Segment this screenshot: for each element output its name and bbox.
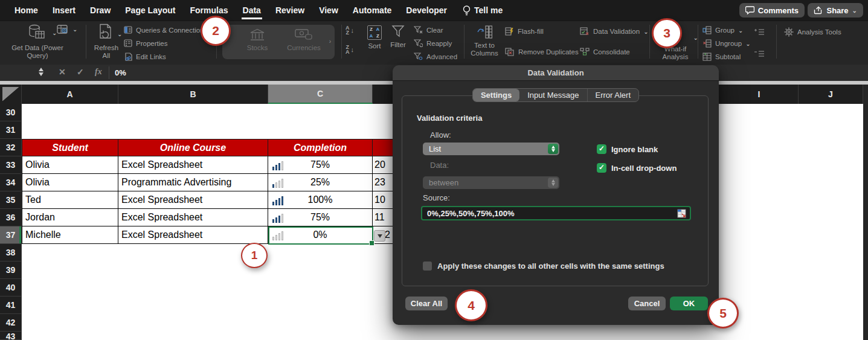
from-picture-button[interactable]: ⌄ <box>57 25 70 38</box>
properties-button[interactable]: Properties <box>124 39 167 47</box>
select-all-corner[interactable] <box>0 85 22 104</box>
menu-automate[interactable]: Automate <box>352 2 393 19</box>
menu-data[interactable]: Data <box>242 2 262 19</box>
row-header-40[interactable]: 40 <box>0 279 22 297</box>
confirm-entry-icon[interactable]: ✓ <box>77 67 84 77</box>
cell-b34[interactable]: Programmatic Advertising <box>118 174 268 191</box>
row-header-36[interactable]: 36 <box>0 209 22 226</box>
cell-b35[interactable]: Excel Spreadsheet <box>118 191 268 209</box>
menu-draw[interactable]: Draw <box>89 2 112 19</box>
dialog-title[interactable]: Data Validation <box>393 65 719 81</box>
share-button[interactable]: Share ⌄ <box>808 3 863 18</box>
row-header-41[interactable]: 41 <box>0 297 22 314</box>
edit-links-button[interactable]: Edit Links <box>124 53 166 61</box>
row-header-35[interactable]: 35 <box>0 191 22 209</box>
currencies-button[interactable]: Currencies <box>283 28 325 52</box>
cell-a36[interactable]: Jordan <box>22 209 118 226</box>
cancel-entry-icon[interactable]: ✕ <box>59 67 66 77</box>
filter-button[interactable]: Filter <box>387 24 409 49</box>
row-header-38[interactable]: 38 <box>0 244 22 261</box>
cell-b33[interactable]: Excel Spreadsheet <box>118 156 268 174</box>
formula-bar-value[interactable]: 0% <box>115 68 126 77</box>
name-box-stepper[interactable] <box>39 68 43 76</box>
row-header-42[interactable]: 42 <box>0 314 22 332</box>
row-header-39[interactable]: 39 <box>0 261 22 279</box>
in-cell-dropdown-button[interactable] <box>374 230 385 242</box>
cancel-button[interactable]: Cancel <box>628 297 666 310</box>
insert-function-icon[interactable]: fx <box>95 67 102 77</box>
dropdown-arrow-icon <box>378 234 382 238</box>
cell-b36[interactable]: Excel Spreadsheet <box>118 209 268 226</box>
gallery-more-icon[interactable]: › <box>329 38 331 45</box>
step-annotation-5: 5 <box>707 298 739 329</box>
row-header-37[interactable]: 37 <box>0 226 22 244</box>
menu-view[interactable]: View <box>318 2 339 19</box>
cell-a33[interactable]: Olivia <box>22 156 118 174</box>
row-header-33[interactable]: 33 <box>0 156 22 174</box>
cell-b37[interactable]: Excel Spreadsheet <box>118 226 268 244</box>
menu-review[interactable]: Review <box>274 2 306 19</box>
sort-descending-button[interactable]: ZA ↓ <box>346 45 354 54</box>
tab-settings[interactable]: Settings <box>473 89 519 101</box>
clear-all-button[interactable]: Clear All <box>405 297 448 310</box>
cell-c33[interactable]: 75% <box>268 156 373 174</box>
cell-c36[interactable]: 75% <box>268 209 373 226</box>
advanced-filter-button[interactable]: Advanced <box>414 53 457 60</box>
row-header-31[interactable]: 31 <box>0 121 22 139</box>
comments-button[interactable]: Comments <box>739 3 805 18</box>
tell-me[interactable]: Tell me <box>463 5 503 16</box>
row-header-43[interactable]: 43 <box>0 332 22 340</box>
text-to-columns-button[interactable]: Text to Columns <box>470 25 499 57</box>
table-header-completion[interactable]: Completion <box>268 139 373 156</box>
source-input[interactable]: 0%,25%,50%,75%,100% <box>421 206 691 220</box>
table-header-student[interactable]: Student <box>22 139 118 156</box>
cell-c35[interactable]: 100% <box>268 191 373 209</box>
column-header-b[interactable]: B <box>118 85 268 104</box>
reapply-filter-button[interactable]: Reapply <box>414 39 452 47</box>
range-picker-icon[interactable] <box>677 209 686 218</box>
sort-ascending-button[interactable]: AZ ↓ <box>346 25 354 35</box>
ungroup-button[interactable]: Ungroup ⌄ <box>702 39 751 48</box>
row-header-34[interactable]: 34 <box>0 174 22 191</box>
menu-insert[interactable]: Insert <box>51 2 77 19</box>
row-header-30[interactable]: 30 <box>0 104 22 121</box>
sort-button[interactable]: ZA AZ Sort <box>364 25 385 50</box>
hide-detail-button[interactable] <box>754 50 765 57</box>
source-label: Source: <box>423 193 450 202</box>
remove-duplicates-button[interactable]: Remove Duplicates <box>505 48 579 56</box>
show-detail-icon <box>754 28 765 36</box>
table-row: Jordan Excel Spreadsheet 75% 11 <box>22 209 399 226</box>
menu-home[interactable]: Home <box>13 2 39 19</box>
show-detail-button[interactable] <box>754 28 765 36</box>
column-header-c[interactable]: C <box>268 85 373 104</box>
subtotal-button[interactable]: Subtotal <box>702 53 741 61</box>
column-header-a[interactable]: A <box>22 85 118 104</box>
tab-input-message[interactable]: Input Message <box>519 89 587 101</box>
cell-a35[interactable]: Ted <box>22 191 118 209</box>
consolidate-button[interactable]: Consolidate <box>580 48 630 56</box>
column-header-i[interactable]: I <box>720 85 799 104</box>
menu-developer[interactable]: Developer <box>405 2 448 19</box>
menu-page-layout[interactable]: Page Layout <box>124 2 176 19</box>
cell-a37[interactable]: Michelle <box>22 226 118 244</box>
cell-a34[interactable]: Olivia <box>22 174 118 191</box>
group-button[interactable]: Group ⌄ <box>702 26 743 34</box>
refresh-all-button[interactable]: ⌄ Refresh All <box>91 24 122 60</box>
analysis-tools-button[interactable]: Analysis Tools <box>784 27 841 37</box>
apply-changes-checkbox[interactable] <box>423 261 432 271</box>
row-header-32[interactable]: 32 <box>0 139 22 156</box>
stocks-button[interactable]: Stocks <box>239 28 275 52</box>
data-validation-button[interactable]: Data Validation ⌄ <box>580 27 649 36</box>
flash-fill-button[interactable]: Flash-fill <box>505 27 544 36</box>
allow-dropdown[interactable]: List <box>423 143 559 155</box>
tab-error-alert[interactable]: Error Alert <box>587 89 639 101</box>
cell-c34[interactable]: 25% <box>268 174 373 191</box>
cell-c37-selected[interactable]: 0% <box>268 226 373 244</box>
queries-connections-button[interactable]: Queries & Connections <box>124 26 207 34</box>
table-header-course[interactable]: Online Course <box>118 139 268 156</box>
ignore-blank-checkbox[interactable] <box>597 144 606 154</box>
ok-button[interactable]: OK <box>670 297 708 310</box>
incell-dropdown-checkbox[interactable] <box>597 163 606 173</box>
clear-filter-button[interactable]: Clear <box>414 26 443 34</box>
column-header-j[interactable]: J <box>799 85 863 104</box>
